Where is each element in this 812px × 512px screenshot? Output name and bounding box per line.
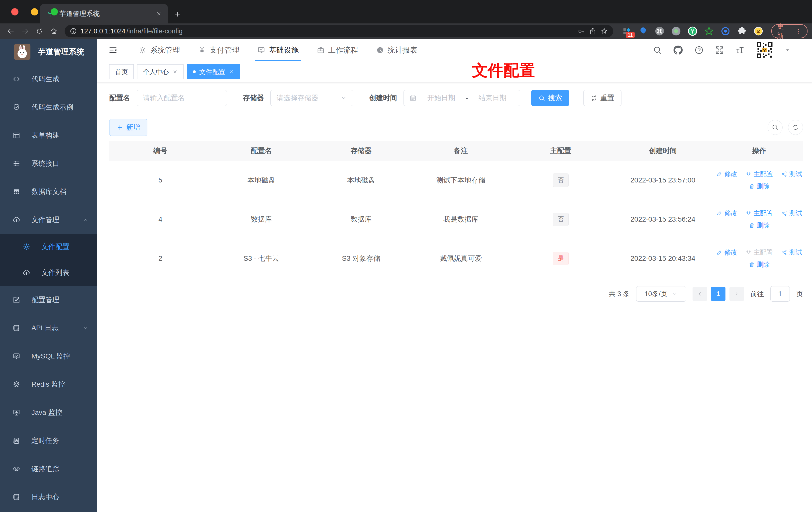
fullscreen-icon[interactable] [715, 46, 724, 55]
pagination: 共 3 条 10条/页 1 前往 页 [109, 286, 803, 302]
chevron-left-icon [697, 291, 702, 297]
edit-action[interactable]: 修改 [716, 209, 737, 218]
minimize-window-button[interactable] [31, 8, 38, 16]
cell-remark: 测试下本地存储 [411, 176, 511, 185]
table-row: 2 S3 - 七牛云 S3 对象存储 戴佩妮真可爱 是 2022-03-15 2… [109, 239, 803, 278]
profile-avatar-icon[interactable] [753, 26, 763, 36]
browser-tab[interactable]: 芋道管理系统 [40, 4, 168, 24]
extension-icon[interactable] [655, 26, 665, 36]
menu-fold-icon[interactable] [108, 46, 118, 55]
edit-action[interactable]: 修改 [716, 248, 737, 257]
test-action[interactable]: 测试 [781, 209, 802, 218]
sidebar-item-file-management[interactable]: 文件管理 [0, 206, 97, 234]
close-window-button[interactable] [11, 8, 19, 16]
extension-icon[interactable]: 11 [622, 26, 632, 36]
toggle-search-button[interactable] [767, 120, 783, 135]
tab-file-config[interactable]: 文件配置 [187, 64, 240, 79]
storage-select[interactable]: 请选择存储器 [270, 90, 353, 106]
goto-page-input[interactable] [770, 286, 790, 302]
delete-action[interactable]: 删除 [749, 221, 770, 230]
start-date-placeholder[interactable]: 开始日期 [419, 93, 463, 103]
sidebar-item-trace[interactable]: 链路追踪 [0, 455, 97, 483]
delete-action[interactable]: 删除 [749, 260, 770, 269]
sliders-icon [12, 159, 21, 168]
reset-button[interactable]: 重置 [583, 90, 621, 106]
test-action[interactable]: 测试 [781, 170, 802, 179]
table-header-row: 编号 配置名 存储器 备注 主配置 创建时间 操作 [109, 141, 803, 161]
user-avatar[interactable] [756, 41, 774, 59]
sidebar-item-api-log[interactable]: API 日志 [0, 314, 97, 342]
bookmark-star-icon[interactable] [600, 27, 608, 35]
master-tag: 否 [553, 213, 569, 226]
extension-icon[interactable] [688, 26, 698, 36]
extension-icon[interactable] [704, 26, 714, 36]
yen-icon [198, 46, 206, 54]
top-menu-workflow[interactable]: 工作流程 [308, 39, 367, 61]
cell-name: 本地磁盘 [211, 176, 311, 185]
browser-menu-dots-icon[interactable] [795, 27, 802, 35]
new-tab-button[interactable] [171, 8, 184, 21]
edit-action[interactable]: 修改 [716, 170, 737, 179]
site-info-icon[interactable] [69, 27, 77, 35]
app-logo[interactable]: 芋道管理系统 [0, 39, 97, 65]
user-caret-down-icon[interactable] [785, 47, 790, 53]
sidebar-item-file-config[interactable]: 文件配置 [0, 234, 97, 260]
sidebar-item-log-center[interactable]: 日志中心 [0, 483, 97, 511]
sidebar-item-form-builder[interactable]: 表单构建 [0, 121, 97, 149]
top-menu-system[interactable]: 系统管理 [130, 39, 189, 61]
reload-button[interactable] [33, 25, 46, 38]
browser-update-button[interactable]: 更新 [771, 24, 808, 38]
sidebar-item-file-list[interactable]: 文件列表 [0, 260, 97, 286]
add-button[interactable]: 新增 [109, 119, 147, 136]
help-icon[interactable] [694, 46, 704, 55]
tab-profile[interactable]: 个人中心 [137, 64, 183, 79]
sidebar-item-code-gen[interactable]: 代码生成 [0, 65, 97, 93]
sidebar-item-config-management[interactable]: 配置管理 [0, 286, 97, 314]
prev-page-button[interactable] [693, 287, 707, 301]
extension-badge: 11 [626, 32, 635, 38]
search-button[interactable]: 搜索 [531, 90, 569, 106]
forward-button[interactable] [19, 25, 31, 38]
next-page-button[interactable] [729, 287, 744, 301]
sidebar-item-system-api[interactable]: 系统接口 [0, 149, 97, 178]
end-date-placeholder[interactable]: 结束日期 [471, 93, 515, 103]
close-icon[interactable] [172, 69, 178, 74]
share-icon[interactable] [589, 27, 597, 35]
config-name-input[interactable] [137, 90, 227, 106]
master-action[interactable]: 主配置 [746, 170, 773, 179]
sidebar-item-mysql-monitor[interactable]: MySQL 监控 [0, 342, 97, 370]
tab-home[interactable]: 首页 [109, 64, 134, 79]
window-controls[interactable] [11, 8, 58, 16]
page-size-select[interactable]: 10条/页 [636, 286, 686, 302]
sidebar-item-code-gen-demo[interactable]: 代码生成示例 [0, 93, 97, 121]
extensions-puzzle-icon[interactable] [737, 26, 747, 36]
refresh-table-button[interactable] [788, 120, 803, 135]
close-icon[interactable] [229, 69, 234, 74]
top-menu-infrastructure[interactable]: 基础设施 [249, 39, 308, 61]
extension-icon[interactable] [671, 26, 681, 36]
date-range-picker[interactable]: 开始日期 - 结束日期 [404, 90, 520, 106]
tags-view-bar: 首页 个人中心 文件配置 文件配置 [97, 61, 812, 83]
api-log-icon [12, 324, 21, 332]
extension-icon[interactable] [638, 26, 648, 36]
master-action[interactable]: 主配置 [746, 209, 773, 218]
search-icon[interactable] [653, 46, 662, 55]
maximize-window-button[interactable] [51, 8, 58, 16]
top-menu-reports[interactable]: 统计报表 [367, 39, 427, 61]
password-key-icon[interactable] [577, 27, 585, 35]
back-button[interactable] [4, 25, 17, 38]
home-button[interactable] [48, 25, 60, 38]
delete-action[interactable]: 删除 [749, 182, 770, 191]
address-bar[interactable]: 127.0.0.1:1024/infra/file/file-config [65, 25, 613, 37]
sidebar-item-java-monitor[interactable]: Java 监控 [0, 398, 97, 426]
github-icon[interactable] [673, 45, 683, 55]
tab-close-icon[interactable] [156, 11, 162, 17]
page-number-1[interactable]: 1 [711, 287, 725, 301]
test-action[interactable]: 测试 [781, 248, 802, 257]
sidebar-item-db-doc[interactable]: 数据库文档 [0, 178, 97, 206]
extension-icon[interactable] [721, 26, 730, 36]
sidebar-item-redis-monitor[interactable]: Redis 监控 [0, 370, 97, 398]
sidebar-item-scheduled-tasks[interactable]: 定时任务 [0, 426, 97, 455]
font-size-icon[interactable] [735, 46, 745, 55]
top-menu-payment[interactable]: 支付管理 [189, 39, 249, 61]
